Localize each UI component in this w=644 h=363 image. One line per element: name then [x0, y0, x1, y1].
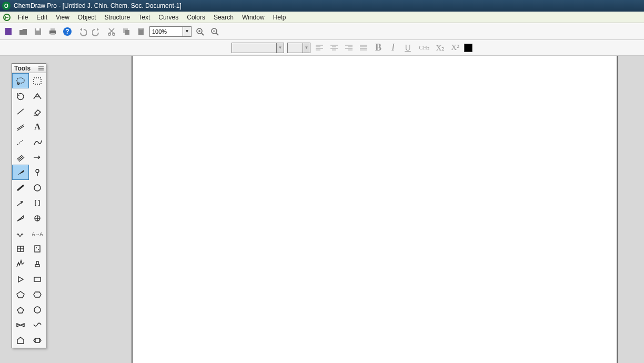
- table-tool[interactable]: [12, 241, 29, 256]
- arrow-tool[interactable]: [29, 149, 46, 165]
- struct-perspective-tool[interactable]: [29, 88, 46, 104]
- bold-button[interactable]: B: [373, 42, 384, 54]
- circle-tool[interactable]: [29, 180, 46, 195]
- align-justify-button[interactable]: [358, 42, 369, 54]
- svg-point-55: [36, 169, 39, 173]
- solid-bond-tool[interactable]: [12, 104, 29, 119]
- chemical-symbol-tool[interactable]: [29, 210, 46, 226]
- print-button[interactable]: [46, 25, 59, 38]
- wavy-bond-tool[interactable]: [12, 226, 29, 241]
- svg-rect-67: [35, 246, 40, 252]
- subscript-button[interactable]: X₂: [435, 42, 446, 54]
- dashed-bond-tool[interactable]: [12, 134, 29, 149]
- hexagon-tool[interactable]: [29, 287, 46, 302]
- text-color-swatch[interactable]: [464, 44, 472, 52]
- menu-window[interactable]: Window: [238, 13, 269, 22]
- help-button[interactable]: ?: [61, 25, 74, 38]
- svg-rect-12: [125, 30, 129, 35]
- play-tool[interactable]: [12, 271, 29, 287]
- svg-rect-43: [34, 78, 41, 84]
- stamp-tool[interactable]: [29, 256, 46, 271]
- tools-palette-menu-icon[interactable]: [38, 65, 44, 72]
- redo-button[interactable]: [90, 25, 103, 38]
- menu-edit[interactable]: Edit: [32, 13, 52, 22]
- menu-search[interactable]: Search: [209, 13, 238, 22]
- paste-button[interactable]: [135, 25, 147, 38]
- bold-bond-tool[interactable]: [12, 180, 29, 195]
- align-center-button[interactable]: [328, 42, 340, 54]
- new-document-button[interactable]: [2, 25, 15, 38]
- tools-palette-title: Tools: [14, 65, 31, 72]
- arrow-bond-tool[interactable]: [12, 195, 29, 210]
- rectangle-tool[interactable]: [29, 271, 46, 287]
- font-size-arrow[interactable]: ▼: [303, 43, 310, 53]
- open-button[interactable]: [17, 25, 29, 38]
- menu-bar: File Edit View Object Structure Text Cur…: [0, 12, 644, 23]
- align-right-button[interactable]: [343, 42, 355, 54]
- hollow-wedge-tool[interactable]: [12, 210, 29, 226]
- zoom-level-field[interactable]: 100% ▼: [149, 26, 192, 37]
- svg-line-53: [19, 157, 24, 162]
- svg-point-69: [38, 249, 39, 250]
- save-button[interactable]: [32, 25, 44, 38]
- svg-line-45: [17, 109, 24, 114]
- zoom-in-button[interactable]: [194, 25, 206, 38]
- text-tool[interactable]: A: [29, 119, 46, 134]
- zoom-out-button[interactable]: [208, 25, 221, 38]
- main-toolbar: ? 100% ▼: [0, 23, 644, 40]
- menu-view[interactable]: View: [52, 13, 74, 22]
- menu-curves[interactable]: Curves: [154, 13, 183, 22]
- pentagon-tool[interactable]: [12, 287, 29, 302]
- menu-colors[interactable]: Colors: [183, 13, 209, 22]
- svg-line-50: [17, 139, 24, 145]
- boat-tool[interactable]: [29, 317, 46, 332]
- zoom-dropdown-arrow[interactable]: ▼: [183, 27, 191, 36]
- svg-marker-74: [34, 292, 41, 297]
- marquee-tool[interactable]: [29, 73, 46, 88]
- orbital-tool[interactable]: [29, 165, 46, 180]
- double-bond-tool[interactable]: [12, 119, 29, 134]
- menu-file[interactable]: File: [14, 13, 32, 22]
- menu-text[interactable]: Text: [134, 13, 154, 22]
- menu-object[interactable]: Object: [74, 13, 100, 22]
- cyclopentane-tool[interactable]: [12, 302, 29, 317]
- cut-button[interactable]: [105, 25, 118, 38]
- tools-palette[interactable]: Tools AA→A: [12, 63, 46, 348]
- font-family-combo[interactable]: ▼: [232, 43, 284, 53]
- drawing-canvas[interactable]: [132, 56, 618, 363]
- tlc-plate-tool[interactable]: [29, 241, 46, 256]
- peak-tool[interactable]: [12, 256, 29, 271]
- formula-button[interactable]: CH₂: [417, 42, 431, 54]
- rotate-tool[interactable]: [12, 88, 29, 104]
- svg-marker-73: [17, 291, 24, 298]
- svg-line-16: [202, 33, 204, 35]
- font-family-arrow[interactable]: ▼: [276, 43, 284, 53]
- bowtie-tool[interactable]: [12, 317, 29, 332]
- pen-tool[interactable]: [29, 134, 46, 149]
- svg-marker-75: [17, 307, 24, 313]
- align-left-button[interactable]: [314, 42, 325, 54]
- eraser-tool[interactable]: [29, 104, 46, 119]
- copy-button[interactable]: [120, 25, 133, 38]
- cyclohexane-tool[interactable]: [29, 302, 46, 317]
- atom-label-tool[interactable]: A→A: [29, 226, 46, 241]
- app-icon: O: [2, 2, 11, 10]
- superscript-button[interactable]: X²: [449, 42, 461, 54]
- house-tool[interactable]: [12, 332, 29, 348]
- tools-palette-title-bar[interactable]: Tools: [12, 64, 46, 73]
- format-toolbar: ▼ ▼ B I U CH₂ X₂ X²: [0, 40, 644, 56]
- lasso-tool[interactable]: [12, 73, 29, 88]
- italic-button[interactable]: I: [387, 42, 399, 54]
- multiple-bond-tool[interactable]: [12, 149, 29, 165]
- mdi-restore-icon[interactable]: [2, 13, 12, 22]
- menu-help[interactable]: Help: [269, 13, 290, 22]
- bracket-tool[interactable]: [29, 195, 46, 210]
- cube-tool[interactable]: [29, 332, 46, 348]
- wedge-bond-tool[interactable]: [12, 165, 29, 180]
- svg-text:?: ?: [65, 28, 69, 35]
- undo-button[interactable]: [76, 25, 88, 38]
- font-size-combo[interactable]: ▼: [287, 43, 310, 53]
- svg-rect-6: [51, 33, 55, 35]
- underline-button[interactable]: U: [402, 42, 414, 54]
- menu-structure[interactable]: Structure: [100, 13, 135, 22]
